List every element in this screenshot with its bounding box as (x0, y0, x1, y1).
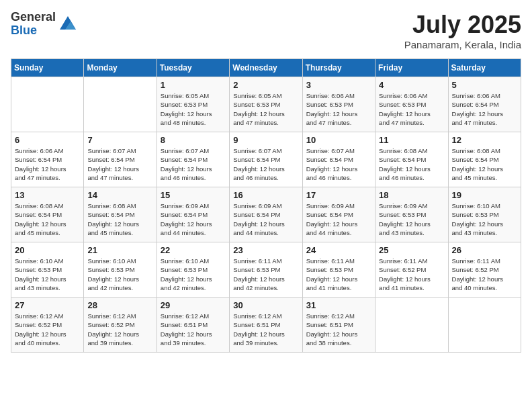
day-info: Sunrise: 6:11 AMSunset: 6:52 PMDaylight:… (452, 257, 517, 292)
day-number: 13 (15, 190, 80, 200)
calendar-cell (84, 77, 157, 132)
day-number: 1 (161, 80, 226, 90)
day-number: 27 (15, 300, 80, 310)
calendar-cell: 17Sunrise: 6:09 AMSunset: 6:54 PMDayligh… (302, 187, 375, 242)
logo-icon (58, 15, 77, 34)
logo-general-text: General (11, 11, 56, 24)
calendar-week-1: 1Sunrise: 6:05 AMSunset: 6:53 PMDaylight… (11, 77, 521, 132)
calendar-cell: 25Sunrise: 6:11 AMSunset: 6:52 PMDayligh… (375, 242, 448, 298)
calendar-cell: 29Sunrise: 6:12 AMSunset: 6:51 PMDayligh… (157, 298, 229, 353)
day-number: 21 (87, 245, 152, 255)
day-number: 17 (306, 190, 371, 200)
calendar-cell: 16Sunrise: 6:09 AMSunset: 6:54 PMDayligh… (230, 187, 302, 242)
calendar-cell: 15Sunrise: 6:09 AMSunset: 6:54 PMDayligh… (157, 187, 229, 242)
calendar-cell: 5Sunrise: 6:06 AMSunset: 6:54 PMDaylight… (448, 77, 521, 132)
day-number: 4 (379, 80, 444, 90)
calendar-cell: 13Sunrise: 6:08 AMSunset: 6:54 PMDayligh… (11, 187, 84, 242)
day-info: Sunrise: 6:11 AMSunset: 6:53 PMDaylight:… (233, 257, 298, 292)
day-info: Sunrise: 6:06 AMSunset: 6:54 PMDaylight:… (452, 91, 517, 127)
day-number: 19 (452, 190, 517, 200)
day-info: Sunrise: 6:08 AMSunset: 6:54 PMDaylight:… (87, 201, 152, 237)
day-header-wednesday: Wednesday (230, 59, 302, 77)
day-info: Sunrise: 6:08 AMSunset: 6:54 PMDaylight:… (15, 201, 80, 237)
calendar-cell: 28Sunrise: 6:12 AMSunset: 6:52 PMDayligh… (84, 298, 157, 353)
logo: General Blue (11, 11, 77, 38)
day-header-friday: Friday (375, 59, 448, 77)
day-info: Sunrise: 6:12 AMSunset: 6:51 PMDaylight:… (161, 312, 226, 347)
day-number: 22 (161, 245, 226, 255)
calendar-week-5: 27Sunrise: 6:12 AMSunset: 6:52 PMDayligh… (11, 298, 521, 353)
calendar-cell: 22Sunrise: 6:10 AMSunset: 6:53 PMDayligh… (157, 242, 229, 298)
day-header-thursday: Thursday (302, 59, 375, 77)
logo-blue-text: Blue (11, 24, 56, 38)
calendar-cell: 20Sunrise: 6:10 AMSunset: 6:53 PMDayligh… (11, 242, 84, 298)
day-number: 12 (452, 135, 517, 145)
calendar-cell: 21Sunrise: 6:10 AMSunset: 6:53 PMDayligh… (84, 242, 157, 298)
day-header-sunday: Sunday (11, 59, 84, 77)
calendar-week-3: 13Sunrise: 6:08 AMSunset: 6:54 PMDayligh… (11, 187, 521, 242)
day-number: 23 (233, 245, 298, 255)
day-number: 9 (233, 135, 298, 145)
day-info: Sunrise: 6:10 AMSunset: 6:53 PMDaylight:… (161, 257, 226, 292)
day-info: Sunrise: 6:06 AMSunset: 6:53 PMDaylight:… (379, 91, 444, 127)
calendar-cell: 7Sunrise: 6:07 AMSunset: 6:54 PMDaylight… (84, 132, 157, 187)
day-number: 18 (379, 190, 444, 200)
day-header-monday: Monday (84, 59, 157, 77)
day-info: Sunrise: 6:06 AMSunset: 6:54 PMDaylight:… (15, 146, 80, 182)
calendar-week-2: 6Sunrise: 6:06 AMSunset: 6:54 PMDaylight… (11, 132, 521, 187)
calendar-cell (11, 77, 84, 132)
day-number: 3 (306, 80, 371, 90)
day-info: Sunrise: 6:09 AMSunset: 6:53 PMDaylight:… (379, 201, 444, 237)
day-number: 8 (161, 135, 226, 145)
day-info: Sunrise: 6:11 AMSunset: 6:53 PMDaylight:… (306, 257, 371, 292)
calendar-cell: 3Sunrise: 6:06 AMSunset: 6:53 PMDaylight… (302, 77, 375, 132)
calendar-cell: 27Sunrise: 6:12 AMSunset: 6:52 PMDayligh… (11, 298, 84, 353)
day-header-tuesday: Tuesday (157, 59, 229, 77)
day-info: Sunrise: 6:07 AMSunset: 6:54 PMDaylight:… (306, 146, 371, 182)
calendar-table: SundayMondayTuesdayWednesdayThursdayFrid… (11, 58, 521, 353)
day-info: Sunrise: 6:07 AMSunset: 6:54 PMDaylight:… (161, 146, 226, 182)
day-info: Sunrise: 6:05 AMSunset: 6:53 PMDaylight:… (161, 91, 226, 127)
calendar-cell: 26Sunrise: 6:11 AMSunset: 6:52 PMDayligh… (448, 242, 521, 298)
day-number: 30 (233, 300, 298, 310)
calendar-week-4: 20Sunrise: 6:10 AMSunset: 6:53 PMDayligh… (11, 242, 521, 298)
calendar-cell: 9Sunrise: 6:07 AMSunset: 6:54 PMDaylight… (230, 132, 302, 187)
day-info: Sunrise: 6:05 AMSunset: 6:53 PMDaylight:… (233, 91, 298, 127)
day-info: Sunrise: 6:08 AMSunset: 6:54 PMDaylight:… (379, 146, 444, 182)
calendar-cell: 24Sunrise: 6:11 AMSunset: 6:53 PMDayligh… (302, 242, 375, 298)
calendar-cell: 19Sunrise: 6:10 AMSunset: 6:53 PMDayligh… (448, 187, 521, 242)
calendar-cell: 14Sunrise: 6:08 AMSunset: 6:54 PMDayligh… (84, 187, 157, 242)
day-info: Sunrise: 6:12 AMSunset: 6:51 PMDaylight:… (233, 312, 298, 347)
day-info: Sunrise: 6:10 AMSunset: 6:53 PMDaylight:… (87, 257, 152, 292)
calendar-cell: 18Sunrise: 6:09 AMSunset: 6:53 PMDayligh… (375, 187, 448, 242)
calendar-cell: 30Sunrise: 6:12 AMSunset: 6:51 PMDayligh… (230, 298, 302, 353)
day-number: 24 (306, 245, 371, 255)
day-number: 5 (452, 80, 517, 90)
day-info: Sunrise: 6:09 AMSunset: 6:54 PMDaylight:… (161, 201, 226, 237)
calendar-cell: 23Sunrise: 6:11 AMSunset: 6:53 PMDayligh… (230, 242, 302, 298)
day-number: 31 (306, 300, 371, 310)
day-info: Sunrise: 6:09 AMSunset: 6:54 PMDaylight:… (306, 201, 371, 237)
day-number: 11 (379, 135, 444, 145)
day-info: Sunrise: 6:07 AMSunset: 6:54 PMDaylight:… (87, 146, 152, 182)
month-year-title: July 2025 (404, 11, 521, 39)
day-number: 16 (233, 190, 298, 200)
calendar-cell (448, 298, 521, 353)
calendar-cell: 4Sunrise: 6:06 AMSunset: 6:53 PMDaylight… (375, 77, 448, 132)
day-number: 15 (161, 190, 226, 200)
day-info: Sunrise: 6:09 AMSunset: 6:54 PMDaylight:… (233, 201, 298, 237)
calendar-cell: 11Sunrise: 6:08 AMSunset: 6:54 PMDayligh… (375, 132, 448, 187)
day-number: 7 (87, 135, 152, 145)
calendar-cell: 8Sunrise: 6:07 AMSunset: 6:54 PMDaylight… (157, 132, 229, 187)
day-number: 28 (87, 300, 152, 310)
day-number: 20 (15, 245, 80, 255)
day-info: Sunrise: 6:10 AMSunset: 6:53 PMDaylight:… (15, 257, 80, 292)
day-info: Sunrise: 6:12 AMSunset: 6:51 PMDaylight:… (306, 312, 371, 347)
location-subtitle: Panamaram, Kerala, India (404, 39, 521, 50)
day-info: Sunrise: 6:12 AMSunset: 6:52 PMDaylight:… (87, 312, 152, 347)
day-info: Sunrise: 6:11 AMSunset: 6:52 PMDaylight:… (379, 257, 444, 292)
calendar-cell: 12Sunrise: 6:08 AMSunset: 6:54 PMDayligh… (448, 132, 521, 187)
day-number: 25 (379, 245, 444, 255)
calendar-cell: 1Sunrise: 6:05 AMSunset: 6:53 PMDaylight… (157, 77, 229, 132)
day-info: Sunrise: 6:07 AMSunset: 6:54 PMDaylight:… (233, 146, 298, 182)
